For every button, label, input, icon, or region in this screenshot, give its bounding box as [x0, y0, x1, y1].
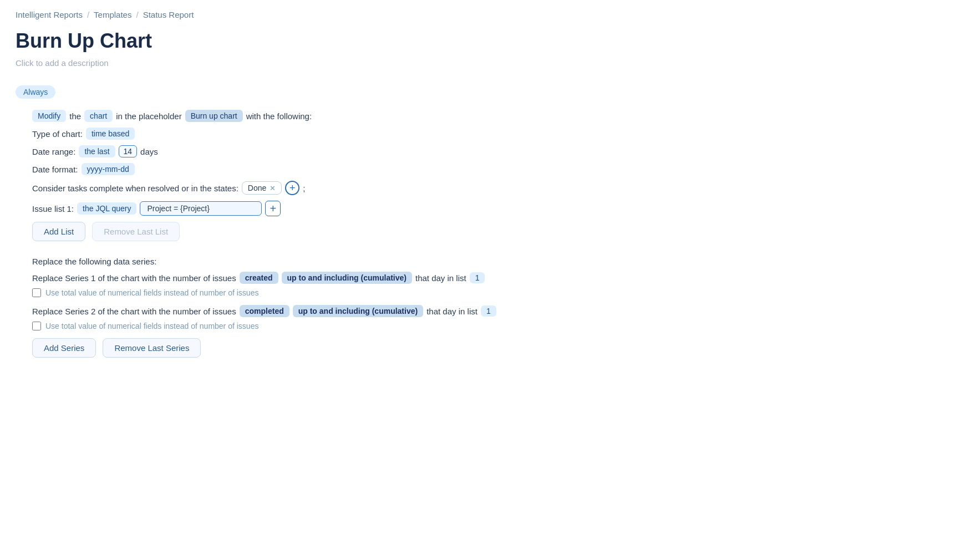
remove-last-list-button[interactable]: Remove Last List [92, 222, 180, 241]
date-range-row: Date range: the last 14 days [32, 145, 939, 157]
series2-status-chip[interactable]: completed [240, 305, 289, 317]
series-actions-row: Add Series Remove Last Series [32, 338, 939, 358]
add-state-button[interactable]: + [285, 181, 299, 195]
type-of-chart-value[interactable]: time based [86, 128, 135, 140]
list-actions-row: Add List Remove Last List [32, 222, 939, 241]
breadcrumb: Intelligent Reports / Templates / Status… [16, 10, 939, 19]
breadcrumb-item-intelligent-reports[interactable]: Intelligent Reports [16, 10, 83, 19]
replace-series-label: Replace the following data series: [32, 257, 156, 266]
series2-cumulative-chip[interactable]: up to and including (cumulative) [293, 305, 423, 317]
state-done-remove-icon[interactable]: ✕ [270, 184, 276, 192]
rule-content: Modify the chart in the placeholder Burn… [32, 110, 939, 358]
with-following-text: with the following: [246, 111, 312, 121]
type-of-chart-row: Type of chart: time based [32, 128, 939, 140]
series2-prefix: Replace Series 2 of the chart with the n… [32, 307, 236, 316]
series1-checkbox-row: Use total value of numerical fields inst… [32, 288, 939, 297]
series2-checkbox[interactable] [32, 322, 41, 330]
consider-label: Consider tasks complete when resolved or… [32, 184, 238, 193]
in-the-placeholder-text: in the placeholder [116, 111, 181, 121]
chart-chip[interactable]: chart [84, 110, 113, 122]
description-placeholder[interactable]: Click to add a description [16, 58, 939, 68]
state-done-text: Done [248, 184, 266, 192]
series1-row: Replace Series 1 of the chart with the n… [32, 272, 939, 284]
date-range-the-last[interactable]: the last [79, 145, 115, 157]
page-title: Burn Up Chart [16, 29, 939, 53]
date-range-days-text: days [140, 147, 158, 156]
consider-row: Consider tasks complete when resolved or… [32, 181, 939, 195]
placeholder-name-chip[interactable]: Burn up chart [185, 110, 243, 122]
date-range-days-num[interactable]: 14 [119, 145, 138, 157]
series2-checkbox-label: Use total value of numerical fields inst… [45, 322, 258, 330]
date-format-label: Date format: [32, 165, 78, 174]
breadcrumb-item-templates[interactable]: Templates [94, 10, 131, 19]
add-series-button[interactable]: Add Series [32, 338, 96, 358]
series-section: Replace the following data series: Repla… [32, 257, 939, 358]
series1-suffix: that day in list [415, 273, 466, 283]
semicolon: ; [303, 184, 305, 193]
always-badge: Always [16, 85, 55, 99]
jql-input[interactable]: Project = {Project} [140, 201, 262, 216]
breadcrumb-item-status-report[interactable]: Status Report [143, 10, 194, 19]
series1-checkbox[interactable] [32, 288, 41, 297]
modify-row: Modify the chart in the placeholder Burn… [32, 110, 939, 122]
issue-list-label: Issue list 1: [32, 204, 74, 213]
add-jql-filter-button[interactable]: + [265, 201, 281, 216]
issue-list-the-chip[interactable]: the JQL query [77, 202, 136, 215]
replace-series-label-row: Replace the following data series: [32, 257, 939, 266]
series1-prefix: Replace Series 1 of the chart with the n… [32, 273, 236, 283]
series2-row: Replace Series 2 of the chart with the n… [32, 305, 939, 317]
date-format-row: Date format: yyyy-mm-dd [32, 163, 939, 175]
series2-list-num[interactable]: 1 [481, 306, 496, 317]
breadcrumb-sep-1: / [87, 10, 89, 19]
type-of-chart-label: Type of chart: [32, 129, 83, 139]
the-text: the [69, 111, 81, 121]
state-done-chip[interactable]: Done ✕ [242, 181, 282, 195]
add-list-button[interactable]: Add List [32, 222, 85, 241]
series2-suffix: that day in list [426, 307, 478, 316]
series1-checkbox-label: Use total value of numerical fields inst… [45, 288, 258, 297]
date-format-value[interactable]: yyyy-mm-dd [82, 163, 135, 175]
series1-list-num[interactable]: 1 [470, 272, 485, 283]
modify-chip[interactable]: Modify [32, 110, 66, 122]
breadcrumb-sep-2: / [136, 10, 138, 19]
series2-checkbox-row: Use total value of numerical fields inst… [32, 322, 939, 330]
remove-last-series-button[interactable]: Remove Last Series [103, 338, 201, 358]
date-range-label: Date range: [32, 147, 75, 156]
series1-cumulative-chip[interactable]: up to and including (cumulative) [282, 272, 412, 284]
issue-list-row: Issue list 1: the JQL query Project = {P… [32, 201, 939, 216]
series1-status-chip[interactable]: created [240, 272, 278, 284]
